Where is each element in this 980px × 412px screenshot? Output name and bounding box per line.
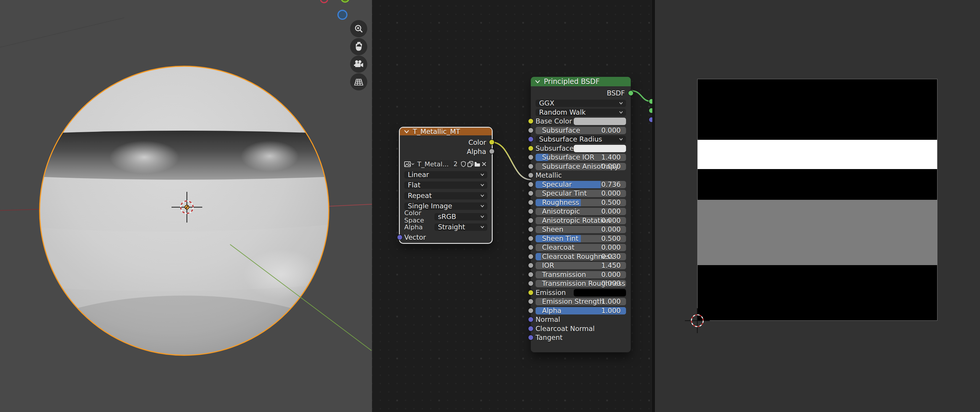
alpha-slider[interactable]: Alpha1.000 — [536, 307, 626, 314]
image-users-count[interactable]: 2 — [452, 160, 460, 168]
anisotropic-rotation-slider[interactable]: Anisotropic Rotation0.000 — [536, 217, 626, 224]
subsurface-radius-input-socket[interactable] — [528, 136, 534, 142]
material-output-shader-socket[interactable] — [649, 98, 652, 104]
ior-input-socket[interactable] — [528, 263, 534, 268]
material-output-shader-socket[interactable] — [649, 108, 652, 114]
subsurface-anisotropy-row: Subsurface Anisotropy0.000 — [536, 163, 626, 170]
linear-dropdown[interactable]: Linear — [404, 171, 487, 179]
fake-user-button[interactable] — [460, 160, 467, 168]
image-texture-node[interactable]: T_Metallic_MT Color Alpha — [400, 128, 492, 243]
subsurface-ior-slider[interactable]: Subsurface IOR1.400 — [536, 154, 626, 161]
specular-slider[interactable]: Specular0.736 — [536, 181, 626, 188]
transmission-roughness-slider[interactable]: Transmission Roughness0.000 — [536, 280, 626, 287]
image-editor[interactable] — [655, 0, 980, 412]
roughness-slider[interactable]: Roughness0.500 — [536, 199, 626, 206]
clearcoat-input-socket[interactable] — [528, 244, 534, 250]
alpha-mode-dropdown[interactable]: Straight — [434, 223, 487, 231]
bsdf-node-title: Principled BSDF — [544, 78, 600, 86]
subsurface-c-color-swatch[interactable] — [574, 145, 626, 152]
specular-row: Specular0.736 — [536, 181, 626, 188]
vector-input-socket[interactable] — [397, 235, 403, 240]
slider-label: Specular — [542, 181, 572, 188]
flat-dropdown[interactable]: Flat — [404, 181, 487, 189]
subsurface-anisotropy-slider[interactable]: Subsurface Anisotropy0.000 — [536, 163, 626, 170]
3d-viewport[interactable] — [0, 0, 372, 412]
clearcoat-roughness-slider[interactable]: Clearcoat Roughness0.030 — [536, 253, 626, 260]
zoom-button[interactable] — [350, 20, 367, 37]
sheen-tint-slider[interactable]: Sheen Tint0.500 — [536, 235, 626, 242]
transmission-roughness-input-socket[interactable] — [528, 280, 534, 287]
anisotropic-slider[interactable]: Anisotropic0.000 — [536, 208, 626, 215]
gizmo-x-ball[interactable] — [321, 0, 328, 3]
sheen-slider[interactable]: Sheen0.000 — [536, 226, 626, 233]
image-browser-button[interactable] — [404, 160, 414, 168]
normal-input-socket[interactable] — [528, 317, 534, 322]
emission-strength-slider[interactable]: Emission Strength1.000 — [536, 298, 626, 305]
base-color-input-socket[interactable] — [528, 118, 534, 124]
specular-tint-input-socket[interactable] — [528, 190, 534, 196]
subsurface-c-input-socket[interactable] — [528, 146, 534, 151]
pan-hand-button[interactable] — [350, 38, 367, 55]
emission-strength-row: Emission Strength1.000 — [536, 298, 626, 305]
open-image-button[interactable] — [474, 160, 480, 168]
image-node-header[interactable]: T_Metallic_MT — [400, 128, 492, 135]
camera-view-button[interactable] — [350, 55, 367, 73]
specular-tint-slider[interactable]: Specular Tint0.000 — [536, 190, 626, 197]
alpha-input-socket[interactable] — [528, 308, 534, 314]
single-image-dropdown[interactable]: Single Image — [404, 203, 487, 210]
subsurface-anisotropy-input-socket[interactable] — [528, 163, 534, 170]
subsurface-radius-dropdown[interactable]: Subsurface Radius — [536, 136, 626, 143]
emission-strength-input-socket[interactable] — [528, 298, 534, 304]
normal-label: Normal — [536, 315, 560, 323]
clearcoat-roughness-input-socket[interactable] — [528, 254, 534, 260]
tangent-input-socket[interactable] — [528, 334, 534, 341]
specular-input-socket[interactable] — [528, 181, 534, 187]
base-color-color-swatch[interactable] — [574, 117, 626, 125]
color-space-dropdown[interactable]: sRGB — [434, 213, 487, 220]
slider-value: 0.030 — [601, 253, 621, 260]
navigation-gizmo[interactable] — [321, 0, 349, 19]
gizmo-z-ball[interactable] — [338, 10, 347, 19]
bsdf-output-row: BSDF — [536, 89, 626, 97]
sheen-input-socket[interactable] — [528, 227, 534, 232]
bsdf-output-socket[interactable] — [628, 90, 634, 96]
dropdown-label: Random Walk — [539, 109, 586, 116]
color-output-socket[interactable] — [489, 139, 495, 145]
bsdf-node-header[interactable]: Principled BSDF — [531, 77, 631, 86]
sheen-tint-input-socket[interactable] — [528, 236, 534, 241]
transmission-input-socket[interactable] — [528, 272, 534, 277]
editor-divider[interactable] — [652, 0, 655, 412]
subsurface-ior-input-socket[interactable] — [528, 154, 534, 160]
random-walk-dropdown[interactable]: Random Walk — [536, 109, 626, 116]
dropdown-label: GGX — [539, 100, 554, 107]
2d-cursor[interactable] — [679, 303, 715, 338]
metallic-input-socket[interactable] — [528, 172, 534, 178]
collapse-chevron-icon[interactable] — [404, 130, 409, 133]
subsurface-slider[interactable]: Subsurface0.000 — [536, 127, 626, 134]
repeat-dropdown[interactable]: Repeat — [404, 192, 487, 200]
anisotropic-input-socket[interactable] — [528, 208, 534, 214]
roughness-input-socket[interactable] — [528, 200, 534, 205]
normal-row: Normal — [536, 316, 626, 323]
chevron-down-icon — [619, 111, 623, 114]
principled-bsdf-node[interactable]: Principled BSDF BSDF GGXRandom WalkBase … — [531, 77, 631, 352]
duplicate-image-button[interactable] — [467, 160, 473, 168]
ior-slider[interactable]: IOR1.450 — [536, 262, 626, 269]
transmission-slider[interactable]: Transmission0.000 — [536, 271, 626, 279]
subsurface-input-socket[interactable] — [528, 127, 534, 133]
gizmo-y-ball[interactable] — [341, 0, 349, 2]
anisotropic-rotation-input-socket[interactable] — [528, 217, 534, 223]
shader-node-editor[interactable]: T_Metallic_MT Color Alpha — [372, 0, 652, 412]
ggx-dropdown[interactable]: GGX — [536, 100, 626, 107]
alpha-output-socket[interactable] — [489, 148, 495, 154]
sphere-object[interactable] — [7, 66, 362, 412]
unlink-image-button[interactable] — [481, 160, 487, 168]
clearcoat-slider[interactable]: Clearcoat0.000 — [536, 244, 626, 251]
emission-input-socket[interactable] — [528, 290, 534, 296]
perspective-grid-button[interactable] — [350, 73, 367, 90]
image-name-field[interactable]: T_Metal... — [415, 160, 451, 168]
clearcoat-normal-input-socket[interactable] — [528, 326, 534, 331]
material-output-vector-socket[interactable] — [649, 117, 652, 123]
emission-color-swatch[interactable] — [574, 289, 626, 296]
collapse-chevron-icon[interactable] — [535, 80, 540, 83]
